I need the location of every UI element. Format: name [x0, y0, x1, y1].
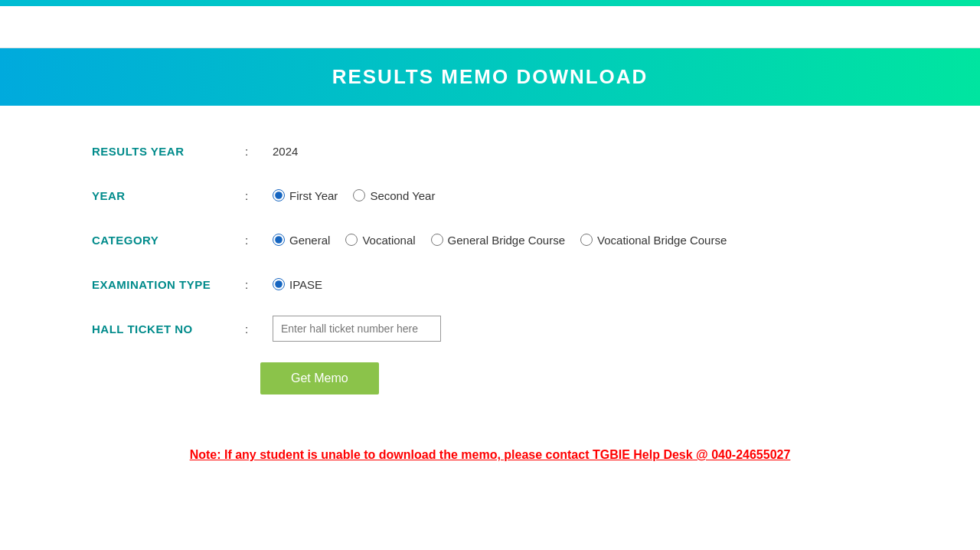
category-label: CATEGORY: [92, 234, 245, 247]
exam-type-row: EXAMINATION TYPE : IPASE: [92, 270, 980, 299]
exam-type-radio-group: IPASE: [273, 278, 322, 291]
year-second-year-radio[interactable]: [353, 189, 365, 201]
category-general-bridge-label: General Bridge Course: [448, 234, 565, 247]
category-general-bridge-item[interactable]: General Bridge Course: [431, 234, 565, 247]
top-bar: [0, 0, 980, 6]
results-year-label: RESULTS YEAR: [92, 145, 245, 158]
category-vocational-item[interactable]: Vocational: [345, 234, 415, 247]
category-colon: :: [245, 234, 260, 247]
hall-ticket-colon: :: [245, 322, 260, 336]
year-colon: :: [245, 189, 260, 202]
exam-type-label: EXAMINATION TYPE: [92, 278, 245, 291]
header-white: [0, 6, 980, 48]
results-year-colon: :: [245, 145, 260, 158]
category-general-bridge-radio[interactable]: [431, 234, 443, 246]
year-second-year-item[interactable]: Second Year: [353, 189, 435, 202]
form-content: RESULTS YEAR : 2024 YEAR : First Year Se…: [0, 106, 980, 425]
exam-type-ipase-item[interactable]: IPASE: [273, 278, 322, 291]
results-year-row: RESULTS YEAR : 2024: [92, 136, 980, 165]
submit-row: Get Memo: [92, 358, 980, 394]
year-second-year-label: Second Year: [370, 189, 435, 202]
exam-type-colon: :: [245, 278, 260, 291]
year-radio-group: First Year Second Year: [273, 189, 435, 202]
year-first-year-label: First Year: [289, 189, 338, 202]
year-first-year-radio[interactable]: [273, 189, 285, 201]
year-row: YEAR : First Year Second Year: [92, 181, 980, 210]
results-year-value: 2024: [273, 145, 298, 158]
get-memo-button[interactable]: Get Memo: [260, 362, 379, 394]
year-label: YEAR: [92, 189, 245, 202]
exam-type-ipase-radio[interactable]: [273, 278, 285, 290]
exam-type-ipase-label: IPASE: [289, 278, 322, 291]
banner: RESULTS MEMO DOWNLOAD: [0, 48, 980, 106]
note-text[interactable]: Note: If any student is unable to downlo…: [190, 448, 791, 461]
note-section: Note: If any student is unable to downlo…: [0, 425, 980, 485]
category-radio-group: General Vocational General Bridge Course…: [273, 234, 727, 247]
category-general-radio[interactable]: [273, 234, 285, 246]
category-general-item[interactable]: General: [273, 234, 330, 247]
hall-ticket-row: HALL TICKET NO :: [92, 314, 980, 343]
category-vocational-bridge-radio[interactable]: [580, 234, 593, 246]
category-vocational-label: Vocational: [362, 234, 415, 247]
hall-ticket-label: HALL TICKET NO: [92, 322, 245, 336]
category-vocational-bridge-label: Vocational Bridge Course: [597, 234, 727, 247]
year-first-year-item[interactable]: First Year: [273, 189, 338, 202]
category-general-label: General: [289, 234, 330, 247]
banner-title: RESULTS MEMO DOWNLOAD: [332, 65, 648, 88]
hall-ticket-input[interactable]: [273, 316, 441, 342]
category-vocational-bridge-item[interactable]: Vocational Bridge Course: [580, 234, 727, 247]
category-vocational-radio[interactable]: [345, 234, 358, 246]
category-row: CATEGORY : General Vocational General Br…: [92, 225, 980, 254]
